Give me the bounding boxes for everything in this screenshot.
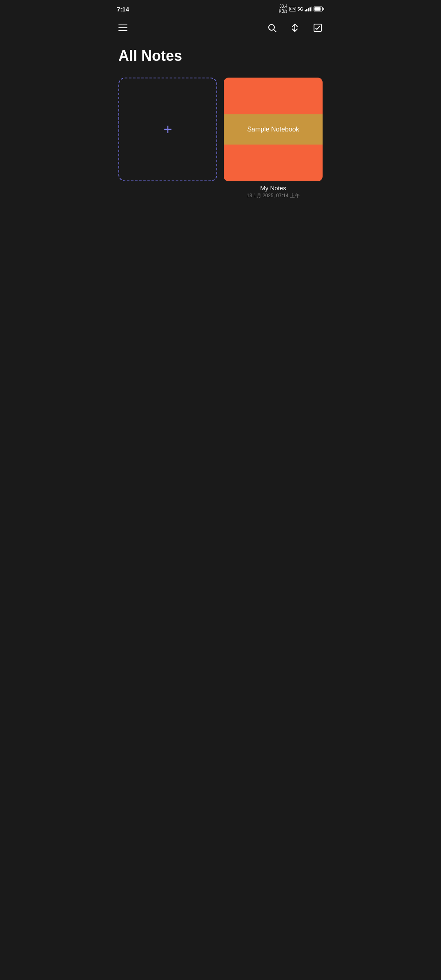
battery-icon (314, 7, 324, 11)
notebook-date: 13 1月 2025, 07:14 上午 (247, 192, 299, 199)
search-button[interactable] (265, 21, 278, 34)
menu-button[interactable] (117, 23, 129, 33)
sample-notebook-label: Sample Notebook (247, 126, 299, 133)
svg-rect-3 (314, 24, 321, 31)
notebook-title: My Notes (260, 185, 286, 192)
cover-top (224, 78, 323, 114)
battery-body (314, 7, 323, 11)
battery-tip (323, 8, 324, 10)
status-time: 7:14 (117, 6, 129, 13)
status-bar: 7:14 33.4 KB/s HD 5G (110, 0, 331, 18)
toolbar (110, 18, 331, 41)
select-button[interactable] (311, 21, 324, 34)
signal-bar-4 (310, 7, 311, 11)
signal-bar-3 (308, 8, 309, 11)
signal-bar-5 (311, 7, 312, 11)
toolbar-right (265, 21, 324, 34)
notes-grid: + Sample Notebook My Notes 13 1月 2025, 0… (110, 74, 331, 203)
status-icons: HD 5G (289, 7, 324, 11)
hamburger-line-3 (118, 30, 127, 31)
status-right: 33.4 KB/s HD 5G (279, 4, 324, 14)
toolbar-left (117, 23, 129, 33)
signal-bars (305, 7, 312, 11)
svg-line-1 (274, 30, 276, 32)
signal-bar-2 (306, 9, 307, 11)
sort-button[interactable] (288, 21, 301, 34)
search-icon (267, 23, 277, 33)
battery-fill (314, 7, 321, 11)
data-speed-line2: KB/s (279, 9, 287, 14)
hamburger-icon (118, 24, 127, 31)
status-data: 33.4 KB/s (279, 4, 287, 14)
network-type: 5G (297, 7, 303, 11)
add-plus-icon: + (163, 122, 172, 137)
notebook-cover: Sample Notebook (224, 78, 323, 181)
add-notebook-button[interactable]: + (118, 78, 217, 181)
select-icon (313, 23, 323, 33)
hd-badge: HD (289, 7, 296, 11)
notebook-card-my-notes[interactable]: Sample Notebook My Notes 13 1月 2025, 07:… (224, 78, 323, 199)
sort-icon (290, 23, 300, 33)
data-speed-line1: 33.4 (279, 4, 287, 9)
cover-middle: Sample Notebook (224, 114, 323, 145)
page-title: All Notes (110, 41, 331, 74)
signal-bar-1 (305, 10, 306, 11)
cover-bottom (224, 145, 323, 181)
hamburger-line-1 (118, 24, 127, 25)
hamburger-line-2 (118, 27, 127, 28)
